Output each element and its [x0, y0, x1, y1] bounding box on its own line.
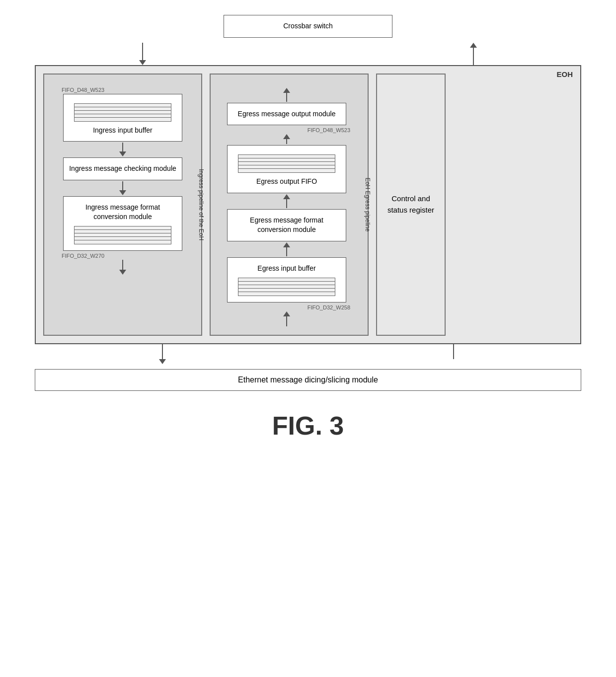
egress-pipeline-label-container: EoH Egress pipeline: [361, 75, 375, 335]
egress-pipeline-label: EoH Egress pipeline: [364, 177, 371, 231]
ingress-fifo-bottom-label: FIFO_D32_W270: [52, 253, 194, 259]
egress-output-module-box: Egress message output module: [227, 103, 346, 126]
ingress-pipeline-label-container: Ingress pipeline of the EoH: [194, 75, 208, 335]
egress-output-fifo-label: Egress output FIFO: [256, 177, 317, 185]
ingress-checking-module-box: Ingress message checking module: [63, 157, 182, 180]
arrow-ingress-bottom: [159, 359, 166, 364]
arrow-checking-to-format: [119, 181, 126, 195]
egress-output-module-label: Egress message output module: [238, 110, 336, 118]
arrow-ethernet-to-egress: [283, 311, 290, 326]
arrow-input-to-checking: [119, 143, 126, 156]
arrow-egress-to-crossbar: [470, 43, 477, 48]
ingress-format-label: Ingress message format conversion module: [85, 203, 160, 221]
diagram-container: Crossbar switch EOH Ingress pipeline of …: [35, 15, 581, 441]
arrow-format-to-fifo: [283, 194, 290, 208]
egress-input-buffer-box: Egress input buffer: [227, 257, 346, 302]
egress-input-buffer-fifo: [238, 278, 335, 296]
fig-label: FIG. 3: [272, 411, 344, 441]
ingress-checking-label: Ingress message checking module: [69, 164, 176, 172]
arrow-egress-output-to-crossbar: [283, 88, 290, 102]
arrow-fifo-to-output: [283, 134, 290, 144]
crossbar-switch-box: Crossbar switch: [224, 15, 392, 38]
ingress-input-buffer-box: Ingress input buffer: [63, 94, 182, 142]
control-label: Control and status register: [382, 193, 440, 216]
ethernet-module-box: Ethernet message dicing/slicing module: [35, 369, 581, 391]
egress-fifo-bottom-label: FIFO_D32_W258: [218, 304, 355, 310]
ingress-pipeline-label: Ingress pipeline of the EoH: [198, 169, 205, 240]
egress-format-label: Egress message format conversion module: [250, 216, 323, 234]
egress-format-module-box: Egress message format conversion module: [227, 209, 346, 241]
arrow-crossbar-to-ingress: [139, 60, 146, 65]
ingress-input-buffer-fifo: [74, 103, 171, 122]
crossbar-label: Crossbar switch: [283, 22, 333, 30]
ingress-format-module-box: Ingress message format conversion module: [63, 196, 182, 251]
egress-input-buffer-label: Egress input buffer: [257, 264, 315, 272]
egress-fifo-top-label: FIFO_D48_W523: [218, 127, 355, 133]
control-status-box: Control and status register: [376, 74, 446, 336]
eoh-label: EOH: [556, 70, 573, 78]
arrow-input-buffer-to-format: [283, 242, 290, 256]
egress-output-fifo-box: Egress output FIFO: [227, 145, 346, 193]
eoh-outer-box: EOH Ingress pipeline of the EoH FIFO_D48…: [35, 65, 581, 344]
egress-pipeline-box: EoH Egress pipeline Egress message outpu…: [210, 74, 369, 336]
ethernet-label: Ethernet message dicing/slicing module: [238, 376, 378, 384]
ingress-fifo-top-label: FIFO_D48_W523: [52, 87, 194, 93]
egress-output-fifo-lines: [238, 154, 335, 173]
ingress-pipeline-box: Ingress pipeline of the EoH FIFO_D48_W52…: [43, 74, 202, 336]
ingress-format-fifo: [74, 226, 171, 244]
arrow-ingress-to-ethernet: [119, 260, 126, 275]
ingress-input-buffer-label: Ingress input buffer: [93, 126, 153, 134]
